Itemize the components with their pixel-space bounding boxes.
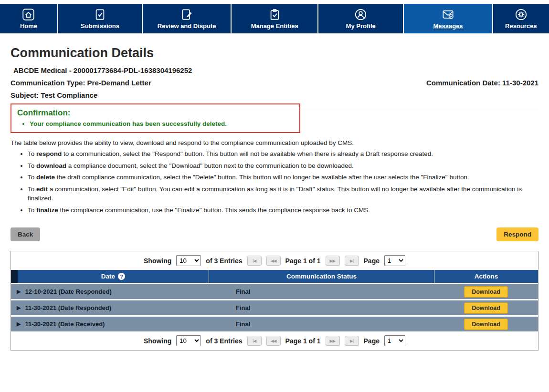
respond-button[interactable]: Respond [496,227,538,241]
submissions-icon [94,8,106,21]
download-button[interactable]: Download [464,302,508,314]
page-label: Page [364,337,380,345]
communication-type: Communication Type: Pre-Demand Letter [11,79,151,87]
instructions-intro: The table below provides the ability to … [11,139,538,146]
communication-meta: Communication Type: Pre-Demand Letter Co… [11,79,538,87]
page-select[interactable]: 1 [384,255,405,266]
page-label: Page [364,257,380,265]
nav-item-home[interactable]: Home [0,4,58,33]
nav-label-my-profile: My Profile [346,22,376,30]
last-page-button[interactable]: ▶| [345,336,359,346]
pagination-bottom: Showing 10 of 3 Entries |◀ ◀◀ Page 1 of … [11,331,538,350]
table-header: Date ? Communication Status Actions [11,270,538,283]
nav-item-review-dispute[interactable]: Review and Dispute [143,4,232,33]
row-expander-icon[interactable]: ▶ [17,289,21,295]
confirmation-list: Your compliance communication has been s… [30,120,294,127]
entity-line: ABCDE Medical - 200001773684-PDL-1638304… [11,66,538,74]
expander-column-header [11,270,18,283]
row-date: 11-30-2021 (Date Responded) [25,304,111,311]
nav-item-resources[interactable]: Resources [493,4,549,33]
action-button-row: Back Respond [11,227,538,241]
nav-item-my-profile[interactable]: My Profile [318,4,404,33]
prev-page-button[interactable]: ◀◀ [266,256,281,266]
column-header-actions: Actions [434,270,538,283]
page-size-select[interactable]: 10 [176,255,201,266]
instruction-item: To respond to a communication, select th… [28,149,536,159]
column-header-date: Date ? [18,270,209,283]
entries-label: of 3 Entries [206,337,242,345]
nav-label-resources: Resources [505,22,537,30]
download-button[interactable]: Download [464,319,508,330]
next-page-button[interactable]: ▶▶ [326,256,340,266]
subject-line: Subject: Test Compliance [11,91,538,99]
manage-entities-icon [268,8,281,21]
instruction-item: To finalize the compliance communication… [28,206,536,215]
page-size-select[interactable]: 10 [176,335,201,346]
nav-label-review-dispute: Review and Dispute [158,22,216,30]
nav-label-home: Home [20,22,37,30]
instruction-item: To download a compliance document, selec… [28,161,536,171]
confirmation-box: Confirmation: Your compliance communicat… [11,103,300,133]
confirmation-heading: Confirmation: [17,108,294,118]
nav-label-submissions: Submissions [81,22,119,30]
page-title: Communication Details [11,46,538,61]
nav-label-messages: Messages [433,22,463,30]
download-button[interactable]: Download [464,286,508,298]
date-header-label: Date [101,273,115,280]
confirmation-message: Your compliance communication has been s… [30,120,294,127]
main-content: Communication Details ABCDE Medical - 20… [0,46,549,351]
showing-label: Showing [144,257,171,265]
nav-item-messages[interactable]: Messages [404,4,493,33]
table-rows: ▶12-10-2021 (Date Responded)FinalDownloa… [11,284,538,331]
column-header-status: Communication Status [209,270,434,283]
instruction-item: To edit a communication, select "Edit" b… [28,185,536,203]
row-expander-icon[interactable]: ▶ [17,321,21,327]
page-info: Page 1 of 1 [285,257,321,265]
row-date: 11-30-2021 (Date Received) [25,320,105,328]
row-date: 12-10-2021 (Date Responded) [25,288,111,295]
nav-label-manage-entities: Manage Entities [251,22,298,30]
communications-table: Showing 10 of 3 Entries |◀ ◀◀ Page 1 of … [11,251,538,351]
help-icon[interactable]: ? [118,273,125,280]
first-page-button[interactable]: |◀ [247,336,262,346]
page-info: Page 1 of 1 [285,337,321,345]
home-icon [22,8,35,21]
row-status: Final [209,288,434,295]
pagination-top: Showing 10 of 3 Entries |◀ ◀◀ Page 1 of … [11,251,538,270]
table-row: ▶11-30-2021 (Date Received)FinalDownload [11,317,538,331]
entries-label: of 3 Entries [206,257,242,265]
prev-page-button[interactable]: ◀◀ [266,336,281,346]
table-row: ▶11-30-2021 (Date Responded)FinalDownloa… [11,300,538,315]
row-expander-icon[interactable]: ▶ [17,305,21,311]
nav-item-submissions[interactable]: Submissions [58,4,143,33]
first-page-button[interactable]: |◀ [247,256,262,266]
next-page-button[interactable]: ▶▶ [326,336,340,346]
resources-icon [515,8,528,21]
profile-icon [354,8,367,21]
row-status: Final [209,304,434,311]
page-select[interactable]: 1 [384,335,405,346]
nav-item-manage-entities[interactable]: Manage Entities [232,4,318,33]
communication-date: Communication Date: 11-30-2021 [426,79,538,87]
instruction-list: To respond to a communication, select th… [28,149,538,215]
review-dispute-icon [180,8,193,21]
row-status: Final [209,320,434,328]
last-page-button[interactable]: ▶| [345,256,359,266]
messages-icon [442,8,454,21]
showing-label: Showing [144,337,171,345]
table-row: ▶12-10-2021 (Date Responded)FinalDownloa… [11,284,538,299]
top-nav: Home Submissions Review and Dispute Mana… [0,4,549,33]
back-button[interactable]: Back [11,227,40,241]
instruction-item: To delete the draft compliance communica… [28,173,536,182]
